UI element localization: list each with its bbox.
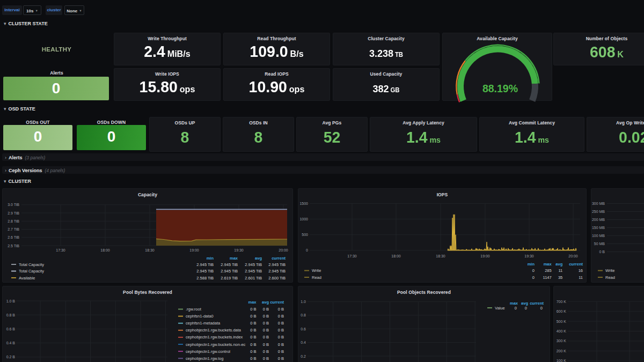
svg-text:0.4 B: 0.4 B: [6, 341, 16, 345]
svg-text:avg: avg: [555, 262, 562, 267]
svg-text:250 MB: 250 MB: [592, 210, 605, 213]
svg-text:Write: Write: [605, 268, 614, 273]
svg-text:20:00: 20:00: [568, 254, 578, 258]
svg-text:2.945 TiB: 2.945 TiB: [245, 269, 262, 274]
svg-text:2.5 TiB: 2.5 TiB: [8, 244, 19, 248]
svg-text:19:00: 19:00: [189, 248, 199, 252]
svg-text:0 B: 0 B: [250, 328, 256, 333]
svg-text:cephfsn1-data0: cephfsn1-data0: [186, 314, 214, 319]
svg-text:0 B: 0 B: [250, 342, 256, 347]
svg-text:700 K: 700 K: [557, 300, 567, 304]
svg-text:2.7 TiB: 2.7 TiB: [8, 227, 19, 231]
svg-text:Total Capacity: Total Capacity: [19, 262, 44, 267]
svg-text:2.588 TiB: 2.588 TiB: [196, 276, 214, 280]
svg-text:0 B: 0 B: [599, 250, 605, 254]
svg-text:0: 0: [532, 275, 535, 280]
svg-text:min: min: [528, 262, 535, 267]
svg-text:0 B: 0 B: [263, 342, 269, 347]
svg-text:35: 35: [558, 275, 562, 280]
svg-text:200 K: 200 K: [557, 349, 567, 353]
svg-text:2.619 TiB: 2.619 TiB: [221, 276, 238, 280]
svg-text:0 B: 0 B: [250, 321, 256, 326]
svg-text:0 B: 0 B: [278, 335, 284, 339]
svg-text:19:00: 19:00: [480, 254, 490, 258]
svg-text:2.945 TiB: 2.945 TiB: [196, 262, 214, 267]
svg-text:1500: 1500: [299, 202, 308, 205]
svg-text:17:30: 17:30: [56, 248, 65, 252]
svg-text:current: current: [569, 262, 583, 267]
svg-text:0 B: 0 B: [250, 349, 256, 354]
svg-text:0: 0: [540, 306, 543, 311]
svg-text:max: max: [510, 301, 518, 306]
svg-text:2.600 TiB: 2.600 TiB: [268, 276, 286, 280]
svg-text:current: current: [270, 300, 284, 305]
svg-text:0.6: 0.6: [301, 327, 306, 331]
svg-text:0.6 B: 0.6 B: [6, 327, 16, 331]
svg-text:20:00: 20:00: [279, 248, 288, 252]
svg-text:Available: Available: [19, 276, 35, 280]
svg-text:0: 0: [525, 306, 527, 311]
svg-text:current: current: [530, 301, 544, 306]
svg-text:150 MB: 150 MB: [592, 226, 605, 230]
svg-text:2.945 TiB: 2.945 TiB: [221, 262, 238, 267]
svg-text:cephobjectn1.rgw.log: cephobjectn1.rgw.log: [186, 356, 223, 361]
svg-text:cephobjectn1.rgw.buckets.data: cephobjectn1.rgw.buckets.data: [186, 328, 241, 333]
svg-text:2.945 TiB: 2.945 TiB: [196, 269, 214, 274]
svg-text:avg: avg: [262, 300, 269, 305]
svg-text:300 MB: 300 MB: [592, 202, 605, 205]
svg-text:2.8 TiB: 2.8 TiB: [8, 219, 19, 223]
svg-text:18:00: 18:00: [100, 248, 110, 252]
svg-text:0: 0: [515, 306, 517, 311]
svg-text:2.945 TiB: 2.945 TiB: [268, 262, 286, 267]
svg-text:min: min: [207, 256, 214, 261]
svg-text:Value: Value: [495, 306, 505, 311]
svg-text:max: max: [230, 256, 238, 261]
svg-text:Read: Read: [312, 275, 321, 280]
svg-text:50 MB: 50 MB: [594, 242, 605, 246]
svg-text:300 K: 300 K: [557, 339, 567, 343]
svg-text:0.2: 0.2: [301, 354, 306, 358]
svg-text:11: 11: [579, 275, 583, 280]
svg-text:0 B: 0 B: [263, 356, 269, 361]
svg-text:19:30: 19:30: [524, 254, 534, 258]
svg-text:19:30: 19:30: [234, 248, 244, 252]
svg-text:500: 500: [302, 233, 308, 237]
svg-text:0 B: 0 B: [278, 349, 284, 354]
svg-text:2.601 TiB: 2.601 TiB: [245, 276, 262, 280]
svg-text:2.945 TiB: 2.945 TiB: [268, 269, 286, 274]
svg-text:current: current: [272, 256, 286, 261]
svg-text:100 MB: 100 MB: [592, 234, 605, 238]
svg-text:0 B: 0 B: [278, 328, 284, 333]
svg-text:18:30: 18:30: [145, 248, 155, 252]
svg-text:Total Capacity: Total Capacity: [19, 269, 44, 274]
svg-text:cephfsn1-metadata: cephfsn1-metadata: [186, 321, 221, 326]
svg-text:285: 285: [545, 268, 552, 273]
svg-text:0 B: 0 B: [263, 307, 269, 312]
svg-text:0 B: 0 B: [278, 307, 284, 312]
svg-text:11: 11: [559, 268, 563, 273]
svg-text:0: 0: [306, 248, 308, 252]
svg-text:88.19%: 88.19%: [482, 83, 518, 94]
svg-text:0.4: 0.4: [301, 341, 306, 344]
svg-text:cephobjectn1.rgw.control: cephobjectn1.rgw.control: [186, 349, 230, 354]
svg-text:200 MB: 200 MB: [592, 218, 605, 221]
svg-text:0 B: 0 B: [263, 321, 269, 326]
svg-text:2.9 TiB: 2.9 TiB: [8, 211, 19, 215]
svg-text:0 B: 0 B: [263, 349, 269, 354]
svg-text:0 B: 0 B: [278, 356, 284, 361]
svg-text:2.945 TiB: 2.945 TiB: [245, 262, 262, 267]
svg-text:0 B: 0 B: [250, 335, 256, 339]
svg-text:18:30: 18:30: [436, 254, 445, 258]
svg-text:Write: Write: [312, 268, 321, 273]
svg-text:.rgw.root: .rgw.root: [186, 307, 202, 312]
svg-text:0 B: 0 B: [250, 314, 256, 319]
svg-text:3.0 TiB: 3.0 TiB: [8, 203, 19, 206]
svg-text:0 B: 0 B: [263, 314, 269, 319]
svg-text:Read: Read: [605, 275, 615, 280]
svg-text:0.8: 0.8: [301, 313, 306, 317]
svg-text:0.2 B: 0.2 B: [6, 355, 16, 359]
svg-text:max: max: [248, 300, 257, 305]
svg-text:16: 16: [579, 268, 583, 273]
svg-text:17:30: 17:30: [347, 254, 357, 258]
svg-text:2.6 TiB: 2.6 TiB: [8, 235, 19, 239]
